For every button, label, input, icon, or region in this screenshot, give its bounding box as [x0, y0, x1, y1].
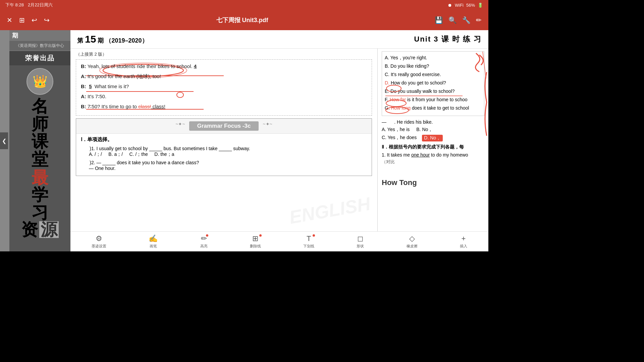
right-options: A. Yes，he is B. No， — [382, 127, 484, 133]
wifi-icon: WiFi — [455, 3, 464, 8]
pdf-unit-title: Unit 3 课 时 练 习 — [414, 34, 482, 44]
ad-bottom-text: 学 习 资 源 — [9, 186, 70, 238]
status-bar: 下午 8:28 2月22日周六 ⏺ WiFi 56% 🔋 — [0, 0, 488, 10]
exercise-2: )2. — _____ does it take you to have a d… — [81, 160, 367, 171]
pen-icon: ✍ — [149, 234, 158, 243]
ad-title: 荣誉出品 — [9, 51, 70, 65]
status-left: 下午 8:28 2月22日周六 — [5, 2, 53, 8]
answer-a: A. Yes，you're right. — [385, 54, 481, 61]
grammar-section: ~✦~ Grammar Focus -3c ~✦~ Ⅰ．单项选择。 )1. I … — [76, 118, 372, 176]
tool-strikethrough[interactable]: ⊞ 删除线 — [250, 234, 261, 249]
exercise-1: )1. I usually get to school by _____ bus… — [81, 145, 367, 158]
answer-b: B. Do you like riding? — [385, 63, 481, 70]
underline-dot — [313, 234, 315, 237]
record-icon: ⏺ — [448, 3, 452, 8]
grammar-title-box: ~✦~ Grammar Focus -3c ~✦~ — [76, 119, 372, 134]
right-item-1: 1. It takes me one hour to do my homewo — [382, 152, 484, 158]
speaker-b3: B: — [81, 104, 86, 109]
battery-pct: 56% — [466, 3, 475, 8]
exercise-2-text: )2. — _____ does it take you to have a d… — [90, 160, 199, 165]
right-options-2: C. Yes，he does D. No， — [382, 135, 484, 141]
tool-insert[interactable]: + 插入 — [460, 234, 467, 249]
grammar-title: Grammar Focus -3c — [189, 121, 259, 131]
save-button[interactable]: 💾 — [435, 16, 443, 24]
sidebar-period-label: 期 — [12, 32, 18, 39]
ad-header: 《英语周报》数字出版中心 — [9, 41, 70, 51]
speaker-b2: B: — [81, 83, 86, 89]
watermark: ENGLISH — [287, 193, 372, 228]
speaker-a: A: — [81, 73, 86, 79]
tool-shape[interactable]: ◻ 形状 — [357, 234, 364, 249]
main-area: ❮ 期 《英语周报》数字出版中心 荣誉出品 👑 名 师 课 堂 — [0, 30, 488, 251]
section1-header: Ⅰ．单项选择。 — [81, 136, 367, 143]
highlight-dot — [206, 234, 208, 237]
strikethrough-icon: ⊞ — [252, 234, 258, 243]
ad-red-text: 最 — [9, 169, 70, 186]
toolbar-left: ✕ ⊞ ↩ ↪ — [7, 16, 50, 24]
crown-icon: 👑 — [26, 68, 53, 95]
answer-f: F. How far is it from your home to schoo — [385, 96, 481, 103]
dialogue-line-5: B: 7∶50? It's time to go to class! class… — [81, 103, 367, 111]
ad-big-text: 名 师 课 堂 — [9, 98, 70, 168]
edit-button[interactable]: ✏ — [476, 16, 482, 24]
insert-icon: + — [461, 234, 466, 243]
svg-line-10 — [483, 52, 486, 78]
toolbar: ✕ ⊞ ↩ ↪ 七下周报 Unit3.pdf 💾 🔍 🔧 ✏ — [0, 10, 488, 30]
pdf-title: 七下周报 Unit3.pdf — [50, 16, 435, 24]
settings-button[interactable]: 🔧 — [462, 16, 471, 24]
underline-icon: T — [307, 234, 311, 243]
status-right: ⏺ WiFi 56% 🔋 — [448, 3, 483, 8]
eraser-icon: ◇ — [409, 234, 415, 243]
pdf-header: 第 15 期 （2019–2020） Unit 3 课 时 练 习 — [70, 30, 488, 49]
section2-header: Ⅱ．根据括号内的要求完成下列各题，每 — [382, 144, 484, 150]
dialogue-line-2: A: It's good for the earth (地球), too! — [81, 72, 367, 80]
redo-button[interactable]: ↪ — [44, 16, 50, 24]
undo-button[interactable]: ↩ — [32, 16, 37, 24]
tool-highlight[interactable]: ✏ 高亮 — [200, 234, 208, 249]
dialogue-line-4: A: It's 7∶50. — [81, 93, 367, 101]
prev-arrow[interactable]: ❮ — [0, 132, 8, 149]
strikethrough-dot — [259, 234, 262, 237]
tool-underline[interactable]: T 下划线 — [303, 234, 314, 249]
speaker-b: B: — [81, 63, 86, 69]
answer-options: A. Yes，you're right. B. Do you like ridi… — [382, 51, 484, 116]
answer-e: E. Do you usually walk to school? — [385, 88, 481, 95]
how-tong-text: How Tong — [382, 178, 484, 187]
right-column: A. Yes，you're right. B. Do you like ridi… — [378, 49, 488, 231]
continuation-note: （上接第 2 版） — [76, 51, 372, 57]
answer-c: C. It's really good exercise. — [385, 71, 481, 78]
pdf-area: 第 15 期 （2019–2020） Unit 3 课 时 练 习 （上接第 2… — [70, 30, 488, 251]
speaker-a2: A: — [81, 94, 86, 99]
tool-settings[interactable]: ⚙ 墨迹设置 — [92, 234, 106, 249]
battery-icon: 🔋 — [478, 3, 483, 8]
settings-icon: ⚙ — [96, 234, 102, 243]
paren-1 — [81, 145, 87, 151]
bookmark-button[interactable]: ⊞ — [19, 16, 25, 24]
search-button[interactable]: 🔍 — [448, 16, 457, 24]
right-item-1-note: （对比 — [382, 159, 484, 165]
ad-header-text: 《英语周报》数字出版中心 — [11, 43, 68, 49]
bottom-toolbar: ⚙ 墨迹设置 ✍ 画笔 ✏ 高亮 ⊞ 删除线 T 下划线 — [70, 231, 488, 251]
tool-pen[interactable]: ✍ 画笔 — [149, 234, 158, 249]
dialogue-line-3: B: 5 What time is it? — [81, 82, 367, 90]
left-sidebar: ❮ 期 《英语周报》数字出版中心 荣誉出品 👑 名 师 课 堂 — [0, 30, 70, 251]
close-button[interactable]: ✕ — [7, 16, 12, 24]
answer-g: G. How long does it take to get to schoo… — [385, 105, 481, 112]
exercise-1-text: )1. I usually get to school by _____ bus… — [90, 146, 250, 151]
dialogue-section: B: Yeah, lots of students ride their bik… — [76, 59, 372, 116]
shape-icon: ◻ — [357, 234, 363, 243]
paren-2 — [81, 160, 87, 165]
status-date: 2月22日周六 — [28, 2, 53, 8]
tool-eraser[interactable]: ◇ 橡皮擦 — [407, 234, 418, 249]
right-grammar: — . He rides his bike. A. Yes，he is B. N… — [382, 119, 484, 187]
dialogue-line-1: B: Yeah, lots of students ride their bik… — [81, 62, 367, 70]
answer-d: D. How do you get to school? — [385, 79, 481, 86]
status-time: 下午 8:28 — [5, 2, 24, 8]
toolbar-right: 💾 🔍 🔧 ✏ — [435, 16, 482, 24]
pdf-issue: 第 15 期 （2019–2020） — [77, 34, 148, 45]
he-rides-text: — . He rides his bike. — [382, 119, 484, 125]
